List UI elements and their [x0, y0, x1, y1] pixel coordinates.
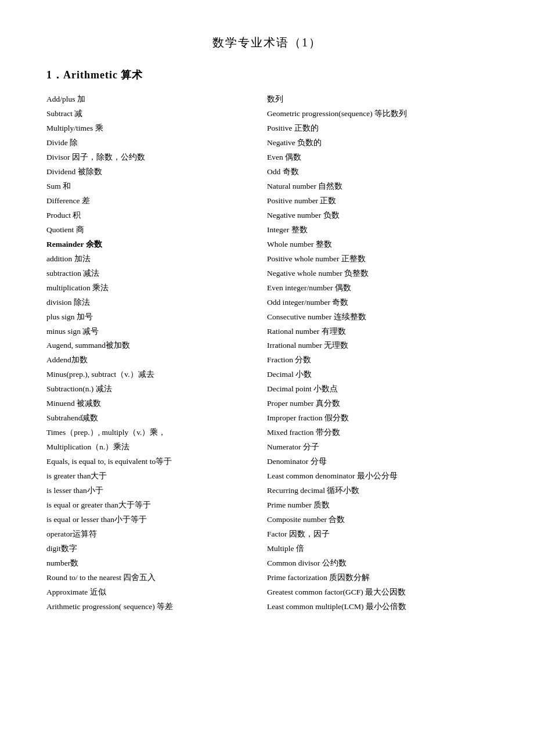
right-term-27: Recurring decimal 循环小数 [267, 484, 488, 498]
left-term-5: Dividend 被除数 [46, 165, 255, 179]
left-term-13: multiplication 乘法 [46, 281, 255, 296]
left-term-6: Sum 和 [46, 179, 255, 194]
right-term-33: Prime factorization 质因数分解 [267, 571, 488, 585]
right-column: 数列Geometric progression(sequence) 等比数列Po… [267, 92, 488, 614]
left-term-0: Add/plus 加 [46, 92, 255, 107]
left-term-21: Minuend 被减数 [46, 397, 255, 411]
right-term-16: Rational number 有理数 [267, 325, 488, 339]
left-term-18: Addend加数 [46, 353, 255, 368]
content-area: Add/plus 加Subtract 减Multiply/times 乘Divi… [46, 92, 488, 614]
left-term-28: is equal or greater than大于等于 [46, 498, 255, 513]
left-term-23: Times（prep.）, multiply（v.）乘， [46, 426, 255, 440]
left-term-1: Subtract 减 [46, 107, 255, 121]
right-term-5: Odd 奇数 [267, 165, 488, 179]
left-term-3: Divide 除 [46, 136, 255, 150]
left-term-15: plus sign 加号 [46, 310, 255, 325]
right-term-2: Positive 正数的 [267, 121, 488, 136]
right-term-20: Decimal point 小数点 [267, 382, 488, 397]
left-term-34: Approximate 近似 [46, 585, 255, 600]
right-term-30: Factor 因数，因子 [267, 527, 488, 542]
left-term-17: Augend, summand被加数 [46, 339, 255, 353]
left-term-31: digit数字 [46, 542, 255, 556]
right-term-19: Decimal 小数 [267, 368, 488, 382]
right-term-18: Fraction 分数 [267, 353, 488, 368]
left-term-4: Divisor 因子，除数，公约数 [46, 150, 255, 165]
left-term-22: Subtrahend减数 [46, 411, 255, 426]
right-term-21: Proper number 真分数 [267, 397, 488, 411]
left-term-11: addition 加法 [46, 252, 255, 267]
left-term-19: Minus(prep.), subtract（v.）减去 [46, 368, 255, 382]
left-term-24: Multiplication（n.）乘法 [46, 440, 255, 455]
right-term-25: Denominator 分母 [267, 455, 488, 469]
left-term-33: Round to/ to the nearest 四舍五入 [46, 571, 255, 585]
left-term-16: minus sign 减号 [46, 325, 255, 339]
right-term-34: Greatest common factor(GCF) 最大公因数 [267, 585, 488, 600]
left-term-9: Quotient 商 [46, 223, 255, 237]
left-term-8: Product 积 [46, 208, 255, 223]
left-term-30: operator运算符 [46, 527, 255, 542]
left-term-29: is equal or lesser than小于等于 [46, 513, 255, 527]
right-term-0: 数列 [267, 92, 488, 107]
left-term-20: Subtraction(n.) 减法 [46, 382, 255, 397]
right-term-15: Consecutive number 连续整数 [267, 310, 488, 325]
left-term-12: subtraction 减法 [46, 267, 255, 281]
right-term-13: Even integer/number 偶数 [267, 281, 488, 296]
right-term-22: Improper fraction 假分数 [267, 411, 488, 426]
right-term-12: Negative whole number 负整数 [267, 267, 488, 281]
right-term-14: Odd integer/number 奇数 [267, 296, 488, 310]
right-term-3: Negative 负数的 [267, 136, 488, 150]
right-term-28: Prime number 质数 [267, 498, 488, 513]
left-term-27: is lesser than小于 [46, 484, 255, 498]
left-term-35: Arithmetic progression( sequence) 等差 [46, 600, 255, 614]
section-title: 1．Arithmetic 算术 [46, 68, 488, 82]
left-term-10: Remainder 余数 [46, 237, 255, 252]
right-term-6: Natural number 自然数 [267, 179, 488, 194]
right-term-9: Integer 整数 [267, 223, 488, 237]
right-term-23: Mixed fraction 带分数 [267, 426, 488, 440]
right-term-11: Positive whole number 正整数 [267, 252, 488, 267]
right-term-7: Positive number 正数 [267, 194, 488, 208]
right-term-17: Irrational number 无理数 [267, 339, 488, 353]
right-term-10: Whole number 整数 [267, 237, 488, 252]
left-term-32: number数 [46, 556, 255, 571]
left-term-14: division 除法 [46, 296, 255, 310]
right-term-4: Even 偶数 [267, 150, 488, 165]
left-term-25: Equals, is equal to, is equivalent to等于 [46, 455, 255, 469]
left-term-26: is greater than大于 [46, 469, 255, 484]
right-term-26: Least common denominator 最小公分母 [267, 469, 488, 484]
right-term-8: Negative number 负数 [267, 208, 488, 223]
left-term-2: Multiply/times 乘 [46, 121, 255, 136]
left-column: Add/plus 加Subtract 减Multiply/times 乘Divi… [46, 92, 255, 614]
right-term-32: Common divisor 公约数 [267, 556, 488, 571]
right-term-35: Least common multiple(LCM) 最小公倍数 [267, 600, 488, 614]
right-term-24: Numerator 分子 [267, 440, 488, 455]
right-term-29: Composite number 合数 [267, 513, 488, 527]
right-term-31: Multiple 倍 [267, 542, 488, 556]
left-term-7: Difference 差 [46, 194, 255, 208]
page-title: 数学专业术语（1） [46, 35, 488, 51]
right-term-1: Geometric progression(sequence) 等比数列 [267, 107, 488, 121]
